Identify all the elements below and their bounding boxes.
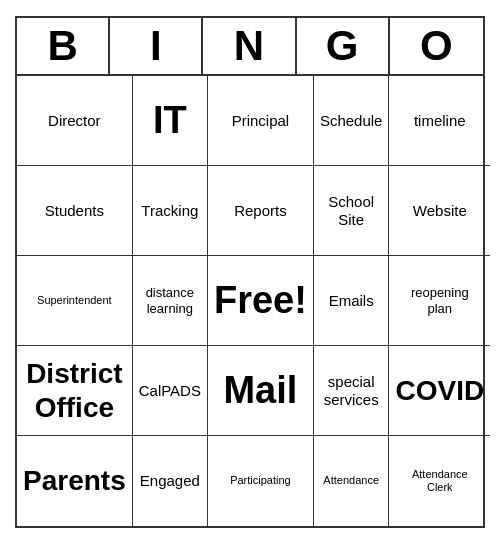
bingo-cell-10: Superintendent	[17, 256, 133, 346]
bingo-cell-16: CalPADS	[133, 346, 208, 436]
bingo-cell-6: Tracking	[133, 166, 208, 256]
cell-text-11: distance learning	[146, 285, 194, 316]
cell-text-2: Principal	[232, 112, 290, 130]
cell-text-12: Free!	[214, 278, 307, 324]
cell-text-0: Director	[48, 112, 101, 130]
cell-text-7: Reports	[234, 202, 287, 220]
bingo-cell-13: Emails	[314, 256, 390, 346]
bingo-cell-9: Website	[389, 166, 490, 256]
cell-text-16: CalPADS	[139, 382, 201, 400]
cell-text-24: Attendance Clerk	[412, 468, 468, 494]
header-letter-N: N	[203, 18, 296, 74]
cell-text-4: timeline	[414, 112, 466, 130]
bingo-cell-15: District Office	[17, 346, 133, 436]
cell-text-13: Emails	[329, 292, 374, 310]
bingo-cell-11: distance learning	[133, 256, 208, 346]
cell-text-23: Attendance	[323, 474, 379, 487]
bingo-cell-18: special services	[314, 346, 390, 436]
bingo-cell-7: Reports	[208, 166, 314, 256]
bingo-grid: DirectorITPrincipalScheduletimelineStude…	[17, 76, 483, 526]
bingo-cell-2: Principal	[208, 76, 314, 166]
cell-text-21: Engaged	[140, 472, 200, 490]
bingo-cell-22: Participating	[208, 436, 314, 526]
bingo-cell-1: IT	[133, 76, 208, 166]
header-letter-I: I	[110, 18, 203, 74]
bingo-cell-5: Students	[17, 166, 133, 256]
cell-text-14: reopening plan	[411, 285, 469, 316]
header-letter-G: G	[297, 18, 390, 74]
bingo-cell-14: reopening plan	[389, 256, 490, 346]
cell-text-6: Tracking	[141, 202, 198, 220]
cell-text-19: COVID	[395, 374, 484, 408]
bingo-card: BINGO DirectorITPrincipalScheduletimelin…	[15, 16, 485, 528]
bingo-cell-20: Parents	[17, 436, 133, 526]
cell-text-10: Superintendent	[37, 294, 112, 307]
cell-text-5: Students	[45, 202, 104, 220]
cell-text-18: special services	[324, 373, 379, 409]
bingo-cell-3: Schedule	[314, 76, 390, 166]
cell-text-20: Parents	[23, 464, 126, 498]
cell-text-22: Participating	[230, 474, 291, 487]
cell-text-8: School Site	[328, 193, 374, 229]
cell-text-9: Website	[413, 202, 467, 220]
cell-text-17: Mail	[223, 368, 297, 414]
cell-text-1: IT	[153, 98, 187, 144]
cell-text-3: Schedule	[320, 112, 383, 130]
bingo-header: BINGO	[17, 18, 483, 76]
bingo-cell-21: Engaged	[133, 436, 208, 526]
cell-text-15: District Office	[26, 357, 122, 424]
bingo-cell-24: Attendance Clerk	[389, 436, 490, 526]
bingo-cell-12: Free!	[208, 256, 314, 346]
header-letter-O: O	[390, 18, 483, 74]
bingo-cell-4: timeline	[389, 76, 490, 166]
header-letter-B: B	[17, 18, 110, 74]
bingo-cell-17: Mail	[208, 346, 314, 436]
bingo-cell-0: Director	[17, 76, 133, 166]
bingo-cell-19: COVID	[389, 346, 490, 436]
bingo-cell-8: School Site	[314, 166, 390, 256]
bingo-cell-23: Attendance	[314, 436, 390, 526]
